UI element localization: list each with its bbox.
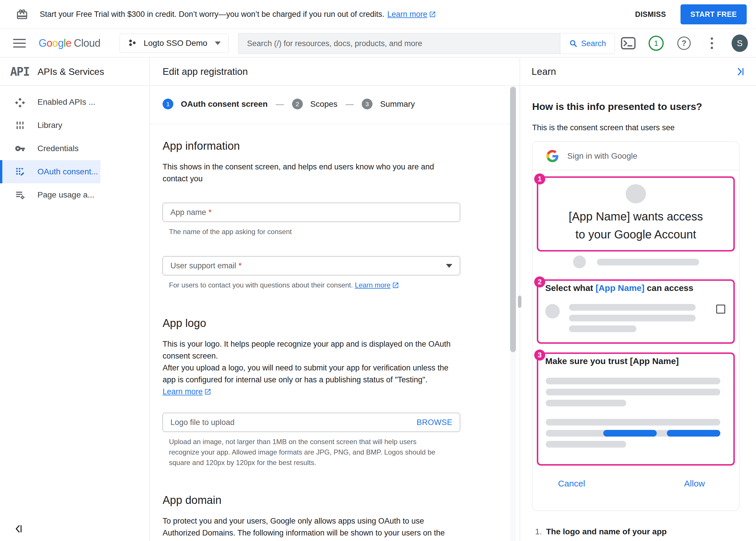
cloud-shell-icon[interactable] [620,35,636,51]
consent-step-2-highlight: 2 Select what [App Name] can access [537,279,735,344]
api-product-icon: API [10,65,29,78]
app-logo-placeholder [626,184,646,203]
stepper-separator: — [276,100,284,109]
app-domain-heading: App domain [163,494,502,506]
gift-icon [16,8,28,21]
step-2-badge: 2 [534,276,545,287]
text-placeholder [597,259,699,266]
oauth-consent-icon [14,166,26,178]
sidebar-title: APIs & Services [37,66,104,77]
page-usage-icon [14,189,26,201]
scope-text-placeholders [569,304,696,332]
account-button[interactable]: S [732,35,748,51]
hamburger-menu-icon[interactable] [13,36,26,50]
trust-text-placeholders [546,378,733,452]
step-2-circle[interactable]: 2 [292,99,303,109]
allow-button[interactable]: Allow [684,479,705,488]
sidebar: API APIs & Services Enabled APIs ... Lib… [0,58,150,541]
start-free-button[interactable]: START FREE [681,4,747,24]
credentials-key-icon [14,143,26,154]
more-options-button[interactable] [704,35,720,51]
project-name: Logto SSO Demo [144,39,207,48]
scopes-title: Select what [App Name] can access [545,283,725,293]
step-3-badge: 3 [534,349,545,360]
dismiss-button[interactable]: DISMISS [627,5,674,24]
library-icon [14,120,26,131]
panel-resize-handle[interactable] [518,295,521,308]
app-header: GoogleCloud Logto SSO Demo Search 1 [0,29,756,57]
consent-actions: Cancel Allow [532,479,739,488]
app-name-field[interactable]: App name * [163,203,460,222]
google-cloud-logo[interactable]: GoogleCloud [39,37,100,49]
scrollbar-thumb[interactable] [510,87,516,352]
app-logo-learn-more-link[interactable]: Learn more [163,386,211,398]
banner-learn-more-link[interactable]: Learn more [387,10,436,19]
help-icon: ? [677,37,691,50]
external-link-icon [204,388,211,395]
consent-screen-preview: Sign in with Google 1 [App Name] wants a… [532,142,739,511]
consent-title: [App Name] wants access to your Google A… [569,208,703,244]
sidebar-item-enabled-apis[interactable]: Enabled APIs ... [0,91,150,114]
consent-brand-row: Sign in with Google [532,142,739,170]
avatar: S [732,35,748,52]
project-selector[interactable]: Logto SSO Demo [120,34,228,53]
main-panel: Edit app registration 1 OAuth consent sc… [150,58,520,541]
chevron-down-icon [215,42,221,45]
main-scrollbar[interactable] [510,86,516,541]
consent-step-3-highlight: 3 Make sure you trust [App Name] [537,352,735,466]
global-search: Search [238,33,615,54]
learn-content: How is this info presented to users? Thi… [520,101,756,536]
cancel-button[interactable]: Cancel [558,479,585,488]
learn-subtitle: This is the consent screen that users se… [532,123,744,132]
learn-panel: Learn How is this info presented to user… [520,58,756,541]
page-title: Edit app registration [150,58,520,86]
required-marker: * [208,208,212,217]
step-2-label[interactable]: Scopes [310,100,337,109]
user-support-email-field[interactable]: User support email * [163,256,460,275]
notifications-button[interactable]: 1 [648,35,664,51]
learn-title: Learn [532,66,556,77]
account-skeleton-row [573,256,739,268]
external-link-icon [392,282,399,289]
sidebar-item-oauth-consent[interactable]: OAuth consent... [0,160,100,183]
avatar-placeholder [573,256,586,268]
divider [150,124,510,124]
search-input[interactable] [238,33,560,54]
step-3-label[interactable]: Summary [380,100,415,109]
edit-app-registration-form: 1 OAuth consent screen — 2 Scopes — 3 Su… [150,99,520,541]
support-email-helper: For users to contact you with questions … [169,280,448,290]
learn-question: How is this info presented to users? [532,101,744,112]
browse-button[interactable]: BROWSE [417,418,452,427]
collapse-sidebar-icon[interactable] [14,524,23,533]
logo-upload-helper: Upload an image, not larger than 1MB on … [169,437,448,468]
scope-icon-placeholder [545,304,560,318]
search-button[interactable]: Search [560,33,615,54]
notification-badge: 1 [649,36,664,51]
step-1-badge: 1 [534,174,545,185]
step-1-circle[interactable]: 1 [163,99,173,109]
project-icon [127,38,137,48]
sidebar-item-page-usage[interactable]: Page usage a... [0,183,150,207]
sidebar-item-library[interactable]: Library [0,114,150,137]
support-email-learn-more-link[interactable]: Learn more [355,280,399,290]
enabled-apis-icon [14,96,26,108]
help-button[interactable]: ? [676,35,692,51]
step-3-circle[interactable]: 3 [362,99,372,109]
banner-text: Start your Free Trial with $300 in credi… [40,10,384,19]
sidebar-item-credentials[interactable]: Credentials [0,137,150,160]
gcp-console: Start your Free Trial with $300 in credi… [0,0,756,541]
logo-upload-field[interactable]: Logo file to upload BROWSE [163,413,460,432]
collapse-learn-panel-icon[interactable] [736,67,744,76]
sign-in-with-google-label: Sign in with Google [567,152,637,161]
app-logo-heading: App logo [163,317,502,329]
stepper-separator: — [345,100,354,109]
required-marker: * [239,262,242,270]
consent-step-1-highlight: 1 [App Name] wants access to your Google… [537,176,735,252]
footnote-1: 1. The logo and name of your app [532,527,744,536]
link-placeholders [546,430,720,437]
step-1-label[interactable]: OAuth consent screen [181,100,268,109]
trust-title: Make sure you trust [App Name] [545,356,733,366]
free-trial-banner: Start your Free Trial with $300 in credi… [0,0,756,29]
app-domain-description: To protect you and your users, Google on… [163,515,451,541]
scope-checkbox [716,304,725,313]
